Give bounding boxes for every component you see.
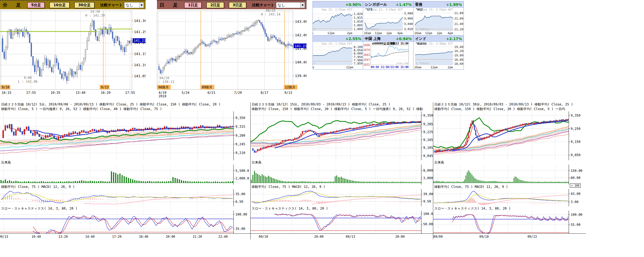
tech-chart-panel-0: 日経２２５先物 10/12( 5分, 2010/09/08 - 2010/09/… [0,102,250,239]
tech-panel-title: 日経２２５先物 10/12( 30分, 2010/09/03 - 2010/09… [433,102,586,107]
svg-text:8,000: 8,000 [354,52,363,55]
timeframe-button-10分足[interactable]: 10分足 [50,2,70,8]
daily-chart-panel: 日 足 1日足2日足3日足 比較チャート なし ▼ 08/25H : 143.1… [157,0,307,98]
svg-text:9,250: 9,250 [571,127,580,131]
svg-text:7,850: 7,850 [354,62,363,65]
svg-text:9,350: 9,350 [235,116,245,120]
macd-chart[interactable]: 43.003.00 [433,189,586,206]
svg-text:3.00: 3.00 [571,200,579,204]
svg-text:oo!: oo! [313,27,316,31]
timeframe-button-30分足[interactable]: 30分足 [74,2,94,8]
svg-text:141.30: 141.30 [134,19,146,23]
svg-text:3,040: 3,040 [404,22,413,26]
svg-text:sina.com: sina.com [396,62,408,65]
svg-text:140.00: 140.00 [295,60,307,64]
volume-section-label: 出来高 [251,160,433,165]
svg-text:141.15: 141.15 [134,52,146,56]
svg-text:Sep 13, 2:55pm KST: Sep 13, 2:55pm KST [321,8,352,11]
mini-chart-canvas[interactable]: 19,40019,20019,00018,80018,60010am12pm2p… [413,42,464,69]
time-tick-label: 18:40 [139,235,148,239]
mini-chart-header: +2.55% [313,36,363,42]
svg-text:55.00: 55.00 [571,223,580,227]
svg-text:14:30: 14:30 [90,10,100,14]
mini-chart-canvas[interactable]: 8,1008,0508,0007,9507,9007,850am12pmoo!S… [313,42,363,69]
volume-chart[interactable]: 5,500.02,000.0 [0,165,250,185]
svg-text:8,000.0: 8,000.0 [423,169,433,172]
svg-text:35.00: 35.00 [235,227,245,231]
svg-text:© Yahoo!: © Yahoo! [416,27,430,31]
svg-text:Sep 13, 1:25pm CST: Sep 13, 1:25pm CST [321,42,352,45]
svg-text:9,050: 9,050 [571,153,580,157]
mini-chart-header: シンガポール+1.47% [363,1,413,8]
svg-text:12pm: 12pm [346,66,353,69]
timeframe-button-1日足[interactable]: 1日足 [184,2,202,8]
svg-text:1,820: 1,820 [354,12,363,16]
volume-chart[interactable]: 150.0060.00 [433,165,586,185]
svg-text:09:30: 09:30 [371,66,379,69]
volume-scale-badge: × 100 [570,184,581,188]
tech-panel-subtitle: 移動平均( Close, 150 ) 移動平均( Close, 20 ) 移動平… [433,107,586,111]
time-tick-label: 10:40 [31,235,41,239]
svg-text:9,350: 9,350 [423,114,433,117]
svg-text:2647: 2647 [363,58,370,61]
timeframe-button-2日足[interactable]: 2日足 [206,2,224,8]
time-tick-label: 20:00 [314,235,324,239]
svg-text:© Yahoo!: © Yahoo! [366,27,380,31]
svg-text:21,600: 21,600 [454,17,464,20]
compare-chart-value: なし [278,3,285,8]
time-axis: 09/1310:4013:2014:4017:2018:4020:0021:20… [0,233,250,239]
svg-text:9/13: 9/13 [284,91,292,95]
macd-chart[interactable]: 35.006.50 [0,189,250,206]
svg-text:142.00: 142.00 [295,33,307,37]
mini-chart-canvas[interactable]: 3,0803,0603,0403,02010am12pm2pm4pm© Yaho… [363,8,413,35]
mini-chart-canvas[interactable]: 1,8201,8151,8101,8051,800m12pm2pmoo!Sep … [313,8,363,35]
svg-text:143.00: 143.00 [295,20,307,24]
macd-chart[interactable]: 39.009.50 [251,189,433,206]
svg-text:150.00: 150.00 [571,169,582,173]
svg-text:2679: 2679 [363,49,370,52]
svg-text:^HSI: ^HSI [416,8,423,11]
svg-text:50.00: 50.00 [423,222,433,226]
svg-text:1,805: 1,805 [354,24,363,27]
svg-text:9/13: 9/13 [101,85,109,89]
svg-text:141.05: 141.05 [134,74,146,78]
mini-chart-canvas[interactable]: sh000001上证指数09-13 15:0026962679266326472… [363,42,413,69]
chevron-down-icon: ▼ [139,2,144,8]
time-tick-label: 13:20 [58,235,68,239]
svg-text:2pm: 2pm [386,31,392,35]
svg-text:35.00: 35.00 [235,192,245,196]
compare-chart-value: なし [126,3,133,8]
svg-text:2pm: 2pm [347,31,352,35]
compare-chart-select[interactable]: なし ▼ [276,2,305,8]
stochastics-chart[interactable]: 100.0035.00 [0,211,250,233]
macd-section-label: 移動平均( Close, 75 ) MACD( 12, 26, 9 ) [251,185,433,189]
svg-text:21,800: 21,800 [454,11,464,15]
timeframe-button-3日足[interactable]: 3日足 [229,2,246,8]
market-change-percent: +0.90% [346,2,361,7]
time-tick-label: 09/13 [346,235,355,239]
trading-workspace: 分 足 5分足10分足30分足 比較チャート なし ▼ 14:30H : 141… [0,0,644,257]
svg-text:139.00: 139.00 [295,74,307,78]
tech-main-chart[interactable]: 9,3509,2859,2259,1659,1059,045 [251,111,433,160]
time-tick-label: 14:40 [85,235,95,239]
volume-section-label: 出来高 [433,160,586,165]
svg-text:8,100: 8,100 [354,45,363,49]
compare-chart-select[interactable]: なし ▼ [124,2,144,8]
minute-chart-canvas[interactable]: 14:30H : 141.309:00L : 141.06141.30141.2… [0,9,146,98]
stochastics-chart[interactable]: 100.0055.00 [433,211,586,233]
compare-chart-label: 比較チャート [252,3,274,8]
market-name: インド [415,36,426,41]
stochastics-chart[interactable]: 100.0050.00 [251,211,433,233]
market-name: 中国 上海 [365,36,381,41]
tech-main-chart[interactable]: 9,3509,2509,1509,050 [433,111,586,160]
market-change-percent: +2.17% [446,37,462,41]
daily-chart-canvas[interactable]: 08/25H : 143.1404/20L : 139.13143.00142.… [157,9,307,98]
timeframe-button-5分足[interactable]: 5分足 [27,2,45,8]
mini-chart-canvas[interactable]: 21,80021,60021,40021,20010am12pm2pm4pm© … [413,8,464,35]
svg-text:7/20: 7/20 [234,91,242,95]
market-name: 香港 [415,2,422,7]
macd-section-label: 移動平均( Close, 75 ) MACD( 12, 26, 9 ) [0,185,250,189]
svg-text:09限月: 09限月 [202,85,212,89]
volume-chart[interactable]: 8,000.03,000.0 [251,165,433,185]
tech-main-chart[interactable]: 9,3509,3159,2809,2459,210 [0,111,250,160]
